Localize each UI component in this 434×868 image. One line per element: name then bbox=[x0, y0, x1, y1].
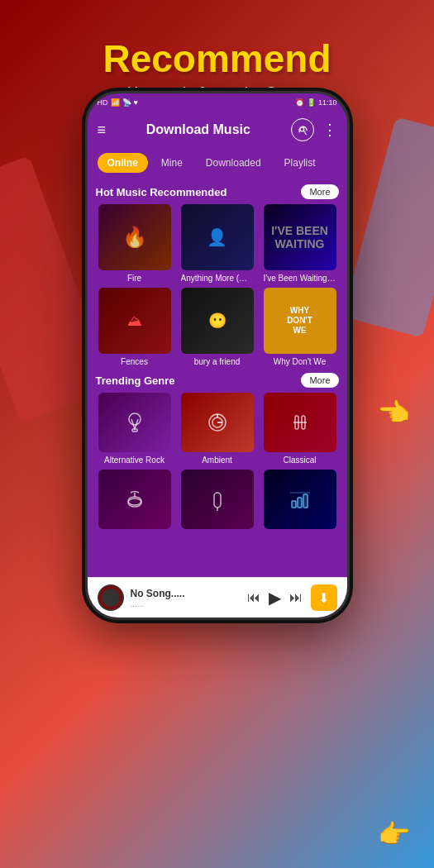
genre-label-altrock: Alternative Rock bbox=[104, 455, 165, 465]
svg-point-0 bbox=[300, 127, 304, 131]
hand-cursor-right: 👉 bbox=[378, 397, 411, 428]
hot-music-header: Hot Music Recommended More bbox=[96, 184, 339, 199]
music-label-whydontwe: Why Don't We bbox=[274, 357, 326, 366]
app-title: Download Music bbox=[146, 122, 250, 137]
phone-frame: HD 📶 📡 ♥ ⏰ 🔋 11:10 ≡ Download Music bbox=[85, 91, 350, 620]
content-area: Hot Music Recommended More 🔥 Fire bbox=[88, 178, 347, 577]
tabs-row: Online Mine Downloaded Playlist bbox=[88, 148, 347, 178]
thumb-bury: 😶 bbox=[181, 288, 254, 354]
thumb-fire: 🔥 bbox=[98, 204, 171, 270]
svg-rect-15 bbox=[292, 501, 296, 508]
rewind-button[interactable]: ⏮ bbox=[247, 590, 260, 605]
list-item[interactable]: 🔥 Fire bbox=[96, 204, 174, 283]
vinyl-inner bbox=[107, 594, 114, 601]
list-item[interactable]: Classical bbox=[261, 393, 339, 465]
status-left: HD 📶 📡 ♥ bbox=[98, 98, 138, 107]
status-wifi: 📡 bbox=[122, 98, 131, 107]
play-button[interactable]: ▶ bbox=[269, 588, 281, 608]
music-label-waiting: I've Been Waiting (... bbox=[264, 274, 336, 283]
tab-online[interactable]: Online bbox=[98, 153, 148, 173]
status-bar: HD 📶 📡 ♥ ⏰ 🔋 11:10 bbox=[88, 93, 347, 112]
player-controls: ⏮ ▶ ⏭ ⬇ bbox=[247, 584, 337, 611]
tab-playlist[interactable]: Playlist bbox=[274, 153, 326, 173]
list-item[interactable]: ⛰ Fences bbox=[96, 288, 174, 366]
thumb-waiting: I'VE BEEN WAITING bbox=[264, 204, 336, 270]
genre-thumb-row2-3 bbox=[264, 470, 336, 529]
genre-label-classical: Classical bbox=[283, 455, 316, 465]
player-title: No Song..... bbox=[131, 588, 185, 599]
genre-thumb-classical bbox=[264, 393, 336, 452]
bottom-player: No Song..... ...... ⏮ ▶ ⏭ ⬇ bbox=[88, 577, 347, 618]
status-time: 11:10 bbox=[318, 98, 337, 107]
svg-rect-16 bbox=[298, 498, 302, 508]
genre-thumb-row2-1 bbox=[98, 470, 171, 529]
top-bar-icons: ⋮ bbox=[291, 118, 337, 141]
vinyl-icon bbox=[98, 584, 124, 611]
hot-music-grid: 🔥 Fire 👤 Anything More (Wi... bbox=[96, 204, 339, 366]
trending-genre-more-button[interactable]: More bbox=[301, 373, 338, 388]
music-label-fences: Fences bbox=[121, 357, 148, 366]
player-info: No Song..... ...... bbox=[131, 588, 185, 608]
svg-point-2 bbox=[129, 413, 141, 425]
hot-music-more-button[interactable]: More bbox=[301, 184, 338, 199]
status-heart: ♥ bbox=[134, 98, 138, 107]
cloud-search-icon[interactable] bbox=[291, 118, 314, 141]
thumb-whydontwe: WHYDON'TWE bbox=[264, 288, 336, 354]
list-item[interactable]: I'VE BEEN WAITING I've Been Waiting (... bbox=[261, 204, 339, 283]
music-label-fire: Fire bbox=[127, 274, 141, 283]
music-label-anything: Anything More (Wi... bbox=[181, 274, 254, 283]
status-hd: HD bbox=[98, 98, 108, 107]
svg-rect-13 bbox=[214, 493, 221, 508]
genre-thumb-ambient bbox=[181, 393, 254, 452]
player-dots: ...... bbox=[131, 599, 185, 608]
top-bar: ≡ Download Music ⋮ bbox=[88, 112, 347, 148]
thumb-anything: 👤 bbox=[181, 204, 254, 270]
list-item[interactable]: Alternative Rock bbox=[96, 393, 174, 465]
thumb-fences: ⛰ bbox=[98, 288, 171, 354]
tab-downloaded[interactable]: Downloaded bbox=[196, 153, 271, 173]
genre-grid: Alternative Rock Ambient bbox=[96, 393, 339, 532]
music-label-bury: bury a friend bbox=[194, 357, 241, 366]
svg-line-1 bbox=[303, 131, 305, 132]
svg-rect-17 bbox=[303, 494, 308, 508]
status-battery: 🔋 bbox=[307, 98, 316, 107]
trending-genre-title: Trending Genre bbox=[96, 374, 175, 387]
list-item[interactable] bbox=[179, 470, 256, 532]
status-alarm: ⏰ bbox=[295, 98, 304, 107]
list-item[interactable]: WHYDON'TWE Why Don't We bbox=[261, 288, 339, 366]
tab-mine[interactable]: Mine bbox=[151, 153, 193, 173]
genre-thumb-altrock bbox=[98, 393, 171, 452]
list-item[interactable] bbox=[261, 470, 339, 532]
more-options-icon[interactable]: ⋮ bbox=[322, 121, 337, 139]
hot-music-title: Hot Music Recommended bbox=[96, 186, 227, 198]
download-button[interactable]: ⬇ bbox=[311, 584, 337, 611]
list-item[interactable] bbox=[96, 470, 174, 532]
list-item[interactable]: 👤 Anything More (Wi... bbox=[179, 204, 256, 283]
status-signal: 📶 bbox=[111, 98, 120, 107]
genre-label-ambient: Ambient bbox=[202, 455, 232, 465]
trending-genre-header: Trending Genre More bbox=[96, 373, 339, 388]
hand-cursor-bottom: 👉 bbox=[378, 818, 411, 850]
genre-thumb-row2-2 bbox=[181, 470, 254, 529]
page-title: Recommend bbox=[0, 18, 434, 81]
list-item[interactable]: Ambient bbox=[179, 393, 256, 465]
app-screen: ≡ Download Music ⋮ Online Mine Downloade… bbox=[88, 112, 347, 618]
status-right: ⏰ 🔋 11:10 bbox=[295, 98, 337, 107]
list-item[interactable]: 😶 bury a friend bbox=[179, 288, 256, 366]
player-left: No Song..... ...... bbox=[98, 584, 185, 611]
hamburger-icon[interactable]: ≡ bbox=[98, 122, 107, 139]
fast-forward-button[interactable]: ⏭ bbox=[289, 590, 303, 605]
